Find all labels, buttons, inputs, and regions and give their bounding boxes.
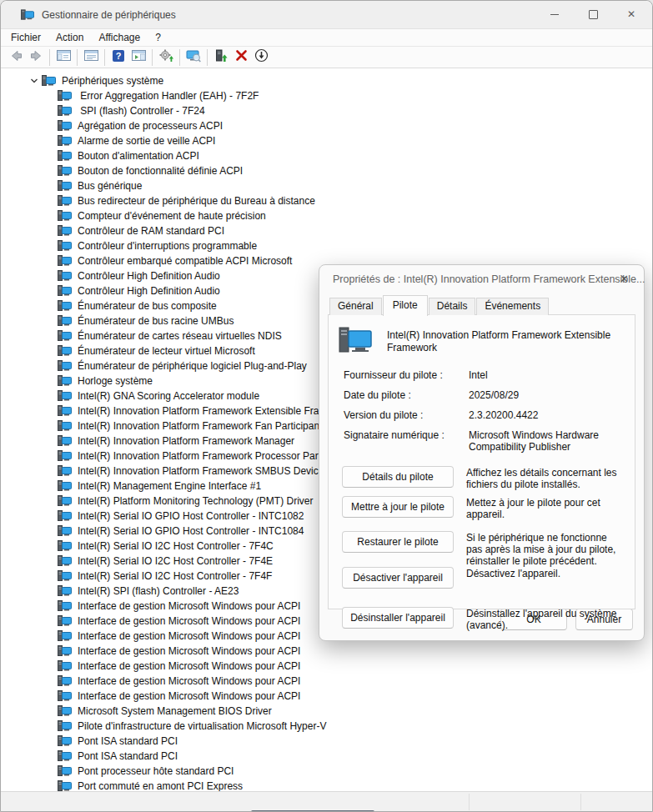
- tree-item-label: Compteur d'événement de haute précision: [78, 210, 266, 222]
- tab-pilote[interactable]: Pilote: [383, 295, 428, 316]
- system-device-icon: [58, 765, 72, 777]
- toolbar-separator: [49, 49, 50, 66]
- properties-icon: [84, 49, 98, 65]
- tree-item[interactable]: Pont processeur hôte standard PCI: [2, 764, 653, 779]
- tree-item[interactable]: Compteur d'événement de haute précision: [2, 208, 653, 223]
- tree-item[interactable]: Interface de gestion Microsoft Windows p…: [2, 689, 653, 704]
- scan-hardware-button[interactable]: [183, 48, 203, 67]
- console-tree-button[interactable]: [53, 48, 73, 67]
- tree-item-label: Interface de gestion Microsoft Windows p…: [78, 660, 300, 672]
- system-device-icon: [58, 615, 72, 627]
- menu-item-fichier[interactable]: Fichier: [3, 30, 48, 45]
- tab-détails[interactable]: Détails: [429, 298, 476, 315]
- maximize-icon: [589, 10, 598, 19]
- disable-button[interactable]: [251, 48, 271, 67]
- tree-root-peripheriques-systeme[interactable]: Périphériques système: [2, 73, 653, 88]
- tree-item[interactable]: Port commuté en amont PCI Express: [2, 779, 653, 791]
- action-button[interactable]: Restaurer le pilote: [342, 531, 454, 553]
- tree-item-label: Bouton d'alimentation ACPI: [78, 150, 199, 162]
- update-device-button[interactable]: [211, 48, 231, 67]
- action-button[interactable]: Désinstaller l'appareil: [342, 607, 454, 629]
- tab-général[interactable]: Général: [329, 298, 382, 315]
- forward-arrow-button[interactable]: [26, 48, 46, 67]
- tree-item[interactable]: Bus générique: [2, 178, 653, 193]
- system-device-icon: [58, 735, 72, 747]
- tree-item-label: Intel(R) Platform Monitoring Technology …: [78, 495, 314, 507]
- field-label: Date du pilote :: [344, 389, 469, 401]
- tree-item[interactable]: Error Aggregation Handler (EAH) - 7F2F: [2, 88, 653, 103]
- system-device-icon: [58, 780, 72, 791]
- tree-item-label: Intel(R) Serial IO I2C Host Controller -…: [78, 540, 274, 552]
- menu-item-?[interactable]: ?: [148, 30, 168, 45]
- menu-item-affichage[interactable]: Affichage: [91, 30, 148, 45]
- system-device-icon: [58, 105, 72, 117]
- uninstall-button[interactable]: [231, 48, 251, 67]
- tree-item[interactable]: Pont ISA standard PCI: [2, 749, 653, 764]
- tree-item[interactable]: SPI (flash) Controller - 7F24: [2, 103, 653, 118]
- tree-item[interactable]: Agrégation de processeurs ACPI: [2, 118, 653, 133]
- tree-item[interactable]: Bus redirecteur de périphérique du Burea…: [2, 193, 653, 208]
- tree-item[interactable]: Bouton de fonctionnalité définie ACPI: [2, 163, 653, 178]
- tree-item-label: Intel(R) Innovation Platform Framework M…: [78, 435, 294, 447]
- system-device-icon: [58, 720, 72, 732]
- properties-button[interactable]: [81, 48, 101, 67]
- tree-item-label: Intel(R) Innovation Platform Framework E…: [78, 405, 354, 417]
- action-button[interactable]: Mettre à jour le pilote: [342, 496, 454, 518]
- tree-item-label: Interface de gestion Microsoft Windows p…: [78, 675, 300, 687]
- tab-événements[interactable]: Événements: [476, 298, 549, 315]
- action-button[interactable]: Désactiver l'appareil: [342, 567, 454, 589]
- close-icon: ✕: [620, 273, 629, 285]
- action-pane-icon: [132, 49, 146, 65]
- back-arrow-button[interactable]: [6, 48, 26, 67]
- tree-item-label: Port commuté en amont PCI Express: [78, 780, 243, 791]
- toolbar: ?: [1, 47, 652, 68]
- system-device-icon: [58, 180, 72, 192]
- system-device-icon: [58, 300, 72, 312]
- tree-item-label: Énumérateur de périphérique logiciel Plu…: [78, 360, 307, 372]
- tree-item-label: Énumérateur de bus composite: [78, 300, 217, 312]
- tree-item-label: Énumérateur de bus racine UMBus: [78, 315, 234, 327]
- chevron-down-icon[interactable]: [29, 77, 39, 85]
- divider: [580, 794, 581, 810]
- system-device-icon: [58, 360, 72, 372]
- close-button[interactable]: ✕: [612, 1, 650, 28]
- system-device-icon: [58, 270, 72, 282]
- field-value: Microsoft Windows Hardware Compatibility…: [469, 429, 625, 453]
- tree-item[interactable]: Microsoft System Management BIOS Driver: [2, 704, 653, 719]
- tree-item-label: Alarme de sortie de veille ACPI: [78, 135, 215, 147]
- tree-item[interactable]: Contrôleur de RAM standard PCI: [2, 223, 653, 238]
- driver-field-row: Signataire numérique :Microsoft Windows …: [344, 429, 625, 453]
- dialog-close-button[interactable]: ✕: [616, 271, 632, 287]
- system-device-icon: [58, 705, 72, 717]
- dialog-title: Propriétés de : Intel(R) Innovation Plat…: [333, 273, 645, 285]
- tree-item-label: Intel(R) Management Engine Interface #1: [78, 480, 261, 492]
- tree-item[interactable]: Interface de gestion Microsoft Windows p…: [2, 674, 653, 689]
- system-device-icon: [58, 600, 72, 612]
- driver-field-row: Fournisseur du pilote :Intel: [344, 369, 625, 381]
- tree-item[interactable]: Bouton d'alimentation ACPI: [2, 148, 653, 163]
- menu-item-action[interactable]: Action: [48, 30, 91, 45]
- help-button[interactable]: ?: [108, 48, 128, 67]
- action-description: Si le périphérique ne fonctionne pas apr…: [466, 532, 625, 567]
- driver-action-row: Mettre à jour le piloteMettez à jour le …: [342, 496, 625, 520]
- field-label: Signataire numérique :: [344, 429, 469, 453]
- tree-item[interactable]: Alarme de sortie de veille ACPI: [2, 133, 653, 148]
- console-tree-icon: [57, 49, 71, 65]
- close-icon: ✕: [627, 9, 635, 19]
- tree-item[interactable]: Interface de gestion Microsoft Windows p…: [2, 659, 653, 674]
- tree-item[interactable]: Contrôleur d'interruptions programmable: [2, 238, 653, 253]
- tree-item-label: Intel(R) Serial IO I2C Host Controller -…: [78, 555, 273, 567]
- update-driver-gear-button[interactable]: [156, 48, 176, 67]
- tree-item[interactable]: Interface de gestion Microsoft Windows p…: [2, 644, 653, 659]
- minimize-button[interactable]: [535, 1, 574, 28]
- action-pane-button[interactable]: [128, 48, 148, 67]
- tree-item-label: Contrôleur d'interruptions programmable: [78, 240, 257, 252]
- tree-item-label: SPI (flash) Controller - 7F24: [78, 105, 205, 117]
- device-icon: [339, 327, 372, 358]
- maximize-button[interactable]: [574, 1, 612, 28]
- action-button[interactable]: Détails du pilote: [342, 466, 454, 488]
- system-device-icon: [58, 465, 72, 477]
- tree-item[interactable]: Pilote d'infrastructure de virtualisatio…: [2, 719, 653, 734]
- disable-icon: [254, 48, 269, 66]
- tree-item[interactable]: Pont ISA standard PCI: [2, 734, 653, 749]
